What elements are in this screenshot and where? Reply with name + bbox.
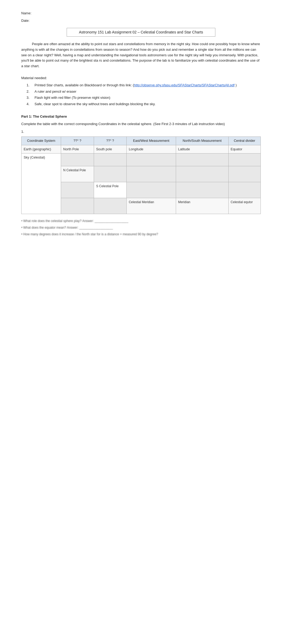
- table-cell-empty: [94, 153, 126, 166]
- star-chart-link[interactable]: http://observe.phy.sfasu.edu/SFAStarChar…: [134, 83, 234, 87]
- list-item: Flash light with red filter (To preserve…: [27, 95, 261, 100]
- table-cell-empty: [126, 153, 176, 166]
- list-item: A ruler and pencil w/ eraser: [27, 89, 261, 94]
- table-cell: Celestial equtor: [228, 198, 260, 214]
- table-row: Earth (geographic) North Pole South pole…: [22, 145, 261, 153]
- col-header-divider: Central divider: [228, 137, 260, 145]
- col-header-q1: ??° ?: [61, 137, 94, 145]
- table-cell: South pole: [94, 145, 126, 153]
- table-cell-empty: [228, 166, 260, 182]
- note-line-3: • How many degrees does it increase / th…: [21, 232, 261, 237]
- table-cell-empty: [94, 198, 126, 214]
- table-cell-empty: [126, 166, 176, 182]
- materials-list: Printed Star charts, available on Blackb…: [27, 83, 261, 106]
- note-line-1: • What role does the celestial sphere pl…: [21, 218, 261, 224]
- table-row: Sky (Celestial): [22, 153, 261, 166]
- table-cell: Meridian: [176, 198, 228, 214]
- materials-heading: Material needed:: [21, 75, 261, 81]
- col-header-ew: East/West Measurement: [126, 137, 176, 145]
- part1-intro: Complete the table with the correct corr…: [21, 121, 261, 127]
- table-cell: Equator: [228, 145, 260, 153]
- table-cell-empty: [228, 153, 260, 166]
- table-cell: Earth (geographic): [22, 145, 61, 153]
- name-label: Name:: [21, 11, 261, 16]
- table-cell: S Celestial Pole: [94, 182, 126, 198]
- table-cell-empty: [61, 198, 94, 214]
- question-number: 1.: [21, 129, 261, 134]
- table-cell-empty: [126, 182, 176, 198]
- table-cell: Celestial Meridian: [126, 198, 176, 214]
- col-header-ns: North/South Measurement: [176, 137, 228, 145]
- note-line-2: • What does the equator mean? Answer: __…: [21, 225, 261, 231]
- list-item: Printed Star charts, available on Blackb…: [27, 83, 261, 88]
- date-label: Date:: [21, 18, 261, 23]
- table-cell-empty: [176, 182, 228, 198]
- assignment-title: Astronomy 151 Lab Assignment 02 – Celest…: [67, 28, 215, 37]
- table-header-row: Coordinate System ??° ? ??° ? East/West …: [22, 137, 261, 145]
- bottom-notes: • What role does the celestial sphere pl…: [21, 218, 261, 237]
- table-cell: Longitude: [126, 145, 176, 153]
- table-cell: Sky (Celestial): [22, 153, 61, 214]
- list-item: Safe, clear spot to observe the sky with…: [27, 101, 261, 107]
- table-cell: North Pole: [61, 145, 94, 153]
- intro-paragraph: People are often amazed at the ability t…: [21, 41, 261, 69]
- table-cell-empty: [228, 182, 260, 198]
- table-cell: Latitude: [176, 145, 228, 153]
- table-cell: N Celestial Pole: [61, 166, 94, 182]
- table-cell-empty: [61, 153, 94, 166]
- coordinate-table: Coordinate System ??° ? ??° ? East/West …: [21, 137, 261, 214]
- table-cell-empty: [176, 153, 228, 166]
- table-cell-empty: [94, 166, 126, 182]
- table-cell-empty: [176, 166, 228, 182]
- part1-heading: Part 1: The Celestial Sphere: [21, 114, 261, 119]
- col-header-system: Coordinate System: [22, 137, 61, 145]
- col-header-q2: ??° ?: [94, 137, 126, 145]
- table-cell-empty: [61, 182, 94, 198]
